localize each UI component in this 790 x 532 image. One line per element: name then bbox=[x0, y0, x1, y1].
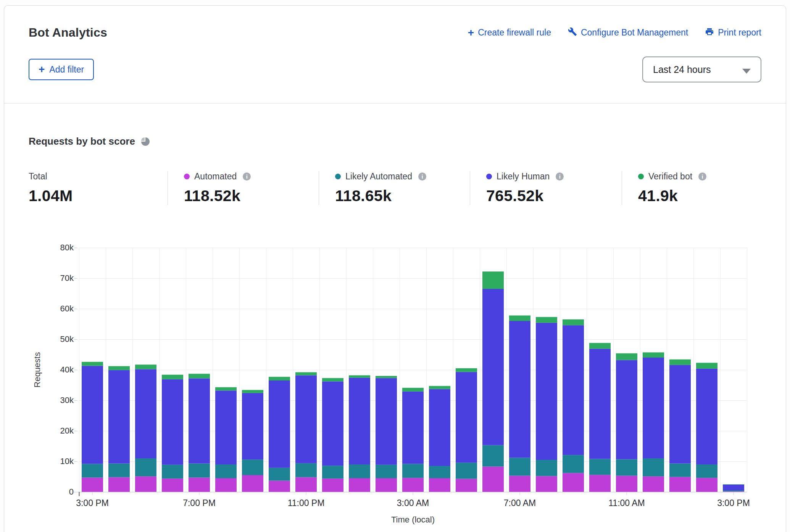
bar-segment-automated bbox=[376, 478, 397, 492]
bar-segment-automated bbox=[402, 478, 424, 492]
configure-bot-management-link[interactable]: Configure Bot Management bbox=[568, 27, 688, 39]
bar-segment-verified-bot bbox=[269, 377, 290, 380]
bar-segment-likely-automated bbox=[509, 458, 530, 476]
bar-segment-verified-bot bbox=[669, 360, 691, 365]
bar-segment-verified-bot bbox=[162, 375, 183, 379]
create-firewall-rule-link[interactable]: + Create firewall rule bbox=[468, 27, 551, 38]
bar-segment-verified-bot bbox=[295, 372, 317, 375]
bar-chart-svg bbox=[79, 248, 747, 492]
bar-segment-verified-bot bbox=[376, 376, 397, 378]
add-filter-button[interactable]: + Add filter bbox=[29, 59, 94, 80]
bar-segment-likely-automated bbox=[669, 464, 691, 477]
bar-segment-automated bbox=[108, 477, 130, 492]
x-tick-label: 3:00 AM bbox=[397, 498, 429, 508]
stat-likely-automated-value: 118.65k bbox=[335, 187, 470, 205]
y-tick-label: 70k bbox=[60, 274, 74, 283]
bar-segment-automated bbox=[429, 478, 450, 492]
bar-segment-likely-human bbox=[563, 325, 584, 455]
info-icon[interactable]: i bbox=[418, 172, 426, 181]
bar-segment-likely-human bbox=[669, 365, 691, 463]
bar-segment-verified-bot bbox=[322, 378, 343, 382]
bar-segment-likely-human bbox=[322, 381, 343, 466]
y-tick-label: 20k bbox=[60, 426, 74, 435]
bar-segment-verified-bot bbox=[215, 387, 237, 391]
page-title: Bot Analytics bbox=[29, 26, 107, 40]
printer-icon bbox=[705, 27, 714, 39]
stat-total: Total 1.04M bbox=[29, 171, 168, 205]
bar-segment-automated bbox=[482, 467, 504, 492]
stat-likely-human: Likely Human i 765.52k bbox=[470, 171, 622, 205]
bar-segment-likely-human bbox=[402, 392, 424, 464]
bar-segment-likely-automated bbox=[482, 445, 504, 467]
likely-automated-legend-dot bbox=[335, 174, 341, 179]
info-icon[interactable]: i bbox=[698, 172, 706, 181]
time-range-select[interactable]: Last 24 hours bbox=[642, 56, 761, 82]
bar-segment-likely-automated bbox=[429, 466, 450, 478]
bar-segment-likely-human bbox=[82, 366, 103, 464]
stacked-bar-plot bbox=[79, 248, 747, 492]
bar-segment-likely-human bbox=[536, 323, 557, 460]
bar-segment-likely-automated bbox=[215, 464, 237, 478]
bar-segment-verified-bot bbox=[616, 353, 637, 360]
bar-segment-likely-automated bbox=[402, 464, 424, 478]
bar-segment-automated bbox=[349, 478, 370, 492]
y-tick-label: 10k bbox=[60, 457, 74, 466]
bar-segment-likely-human bbox=[269, 380, 290, 468]
bar-segment-likely-human bbox=[643, 358, 664, 458]
bar-segment-automated bbox=[509, 476, 530, 492]
y-tick-label: 60k bbox=[60, 304, 74, 313]
bar-segment-automated bbox=[696, 478, 717, 492]
bar-segment-likely-human bbox=[162, 379, 183, 465]
bar-segment-likely-automated bbox=[723, 490, 744, 491]
print-report-link[interactable]: Print report bbox=[705, 27, 761, 39]
bar-segment-likely-human bbox=[696, 369, 717, 464]
stat-automated-label: Automated bbox=[194, 171, 237, 182]
bar-segment-automated bbox=[322, 479, 343, 492]
stat-likely-human-value: 765.52k bbox=[486, 187, 622, 205]
x-tick-label: 3:00 PM bbox=[76, 498, 109, 508]
bar-segment-likely-automated bbox=[82, 464, 103, 477]
bar-segment-likely-human bbox=[135, 369, 156, 458]
requests-chart: Requests 010k20k30k40k50k60k70k80k 3:00 … bbox=[29, 248, 761, 525]
x-tick-label: 7:00 AM bbox=[504, 498, 536, 508]
bar-segment-verified-bot bbox=[456, 368, 477, 372]
bar-segment-automated bbox=[162, 479, 183, 492]
bar-segment-likely-automated bbox=[536, 460, 557, 476]
bar-segment-automated bbox=[589, 475, 611, 492]
bar-segment-likely-automated bbox=[456, 463, 477, 479]
stats-row: Total 1.04M Automated i 118.52k Likely A… bbox=[29, 171, 761, 205]
bar-segment-likely-automated bbox=[643, 458, 664, 476]
bar-segment-likely-human bbox=[482, 289, 504, 445]
stat-total-label: Total bbox=[29, 171, 47, 182]
bar-segment-verified-bot bbox=[482, 271, 504, 289]
info-icon[interactable]: i bbox=[556, 172, 564, 181]
likely-human-legend-dot bbox=[486, 174, 492, 179]
bar-segment-likely-human bbox=[349, 378, 370, 464]
bar-segment-automated bbox=[242, 475, 263, 492]
bar-segment-automated bbox=[669, 477, 691, 492]
bar-segment-likely-human bbox=[456, 372, 477, 463]
bar-segment-likely-automated bbox=[616, 459, 637, 476]
bar-segment-automated bbox=[269, 480, 290, 492]
bar-segment-likely-automated bbox=[589, 459, 611, 475]
bar-segment-automated bbox=[456, 479, 477, 492]
x-axis-ticks: 3:00 PM7:00 PM11:00 PM3:00 AM7:00 AM11:0… bbox=[79, 498, 747, 510]
x-tick-label: 3:00 PM bbox=[717, 498, 750, 508]
bar-segment-likely-automated bbox=[162, 465, 183, 479]
info-icon[interactable]: i bbox=[243, 172, 251, 181]
y-tick-label: 30k bbox=[60, 396, 74, 405]
bar-segment-likely-human bbox=[376, 378, 397, 465]
bar-segment-automated bbox=[643, 476, 664, 492]
stat-verified-bot: Verified bot i 41.9k bbox=[622, 171, 706, 205]
top-actions: + Create firewall rule Configure Bot Man… bbox=[468, 27, 761, 39]
y-tick-label: 0 bbox=[69, 487, 74, 497]
bar-segment-verified-bot bbox=[696, 363, 717, 369]
create-firewall-rule-label: Create firewall rule bbox=[478, 27, 551, 38]
bar-segment-likely-automated bbox=[696, 464, 717, 478]
stat-total-value: 1.04M bbox=[29, 187, 168, 205]
bar-segment-likely-human bbox=[189, 378, 210, 463]
bar-segment-likely-automated bbox=[269, 468, 290, 481]
bar-segment-verified-bot bbox=[242, 390, 263, 393]
bar-segment-likely-human bbox=[429, 389, 450, 466]
bar-segment-verified-bot bbox=[563, 319, 584, 325]
